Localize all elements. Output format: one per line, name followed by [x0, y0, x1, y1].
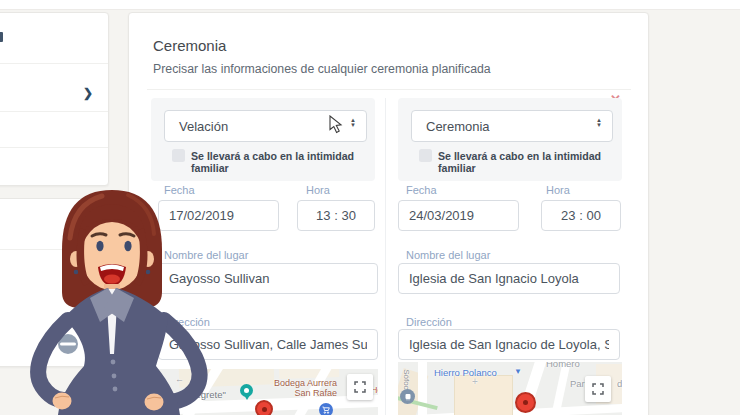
fullscreen-button[interactable] — [585, 376, 611, 402]
event-type-panel-left: Velación ▲▼ Se llevará a cabo en la inti… — [151, 98, 375, 181]
top-bar — [0, 0, 740, 10]
assistant-character-illustration — [28, 186, 216, 415]
eye — [124, 241, 131, 251]
poi-de-label: de — [617, 378, 622, 389]
poi-hierro-label: Hierro Polanco — [434, 367, 497, 378]
poi-funnel-icon: ▼ — [514, 367, 522, 376]
event-type-select-right[interactable]: Ceremonia ▲▼ — [411, 110, 613, 142]
lugar-input-right[interactable] — [398, 263, 620, 294]
shopping-cart-icon — [319, 403, 333, 415]
intimidad-label-left: Se llevará a cabo en la intimidad famili… — [191, 150, 375, 174]
event-type-value-right: Ceremonia — [426, 119, 490, 134]
intimidad-checkbox-right[interactable] — [419, 149, 432, 162]
chevron-right-icon[interactable]: ❯ — [83, 86, 93, 100]
map-right[interactable]: Sófocles Hierro Polanco ▼ Homero Parr de… — [398, 362, 622, 415]
earring — [74, 270, 79, 275]
clipped-text-fragment — [0, 32, 3, 42]
button — [113, 387, 118, 392]
poi-homero-label: Homero — [546, 362, 580, 369]
divider — [0, 63, 108, 64]
fullscreen-button[interactable] — [347, 374, 373, 400]
hand — [53, 393, 72, 410]
select-stepper-icon: ▲▼ — [349, 118, 357, 128]
column-divider — [385, 98, 386, 415]
page-subtitle: Precisar las informaciones de cualquier … — [153, 62, 491, 76]
poi-pin-icon — [240, 384, 253, 397]
hora-input-left[interactable] — [297, 200, 375, 231]
poi-store-label: Bodega Aurrera San Rafae — [273, 379, 337, 398]
hora-label-right: Hora — [546, 184, 570, 196]
arm-left — [38, 320, 68, 400]
divider — [0, 111, 108, 112]
header-divider — [147, 89, 631, 90]
event-type-panel-right: Ceremonia ▲▼ Se llevará a cabo en la int… — [398, 98, 622, 181]
fecha-input-right[interactable] — [398, 200, 519, 231]
page-title: Ceremonia — [153, 37, 226, 54]
intimidad-label-right: Se llevará a cabo en la intimidad famili… — [438, 150, 622, 174]
hora-label-left: Hora — [306, 184, 330, 196]
direccion-input-right[interactable] — [398, 329, 620, 360]
earring — [146, 270, 151, 275]
divider — [0, 147, 108, 148]
transit-stop-icon — [400, 389, 415, 404]
lugar-label-right: Nombre del lugar — [406, 249, 490, 261]
button — [111, 360, 116, 365]
map-building — [454, 375, 513, 415]
sidebar-card-top: ❯ — [0, 12, 109, 186]
hand — [145, 394, 164, 411]
select-stepper-icon: ▲▼ — [595, 118, 603, 128]
map-street — [418, 362, 427, 415]
eye — [96, 241, 103, 251]
hora-input-right[interactable] — [541, 200, 621, 231]
event-type-value-left: Velación — [179, 119, 228, 134]
church-cross-icon: + — [472, 376, 478, 387]
direccion-label-right: Dirección — [406, 316, 452, 328]
fecha-label-right: Fecha — [406, 184, 437, 196]
button — [112, 374, 117, 379]
map-marker-red — [515, 392, 536, 413]
map-marker-red — [255, 400, 273, 415]
intimidad-checkbox-left[interactable] — [172, 149, 185, 162]
mouse-cursor — [329, 115, 345, 134]
